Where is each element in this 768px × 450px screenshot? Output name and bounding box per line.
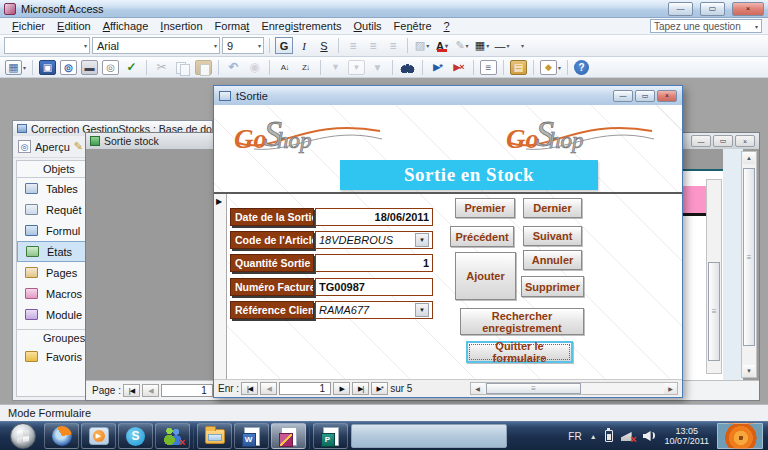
font-size-combo[interactable]: 9 ▾ [222,37,264,54]
menu-item-format[interactable]: Format [209,19,256,33]
undo-button[interactable] [224,59,243,76]
align-left-button[interactable]: ≡ [344,37,362,54]
form-close-button[interactable]: × [657,90,677,102]
taskbar-windows-media-player-button[interactable] [81,423,116,449]
delete-record-button[interactable]: Supprimer [521,276,584,297]
spelling-button[interactable] [122,59,141,76]
report-minimize-button[interactable]: — [691,135,711,147]
language-indicator[interactable]: FR [568,431,581,442]
menu-item-affichage[interactable]: Affichage [97,19,155,33]
first-record-nav-button[interactable]: |◀ [241,382,258,395]
print-preview-button[interactable] [101,59,120,76]
menu-item-fenetre[interactable]: Fenêtre [388,19,438,33]
line-color-button[interactable]: ✎▾ [453,37,471,54]
field-input-date-de-la-sortie[interactable]: 18/06/2011 [315,208,433,226]
restore-button[interactable]: ▭ [700,2,725,16]
apply-filter-button[interactable] [368,59,387,76]
taskbar-messenger-button[interactable] [155,423,190,449]
fill-color-button[interactable]: ▨▾ [413,37,431,54]
menu-item-enregistrements[interactable]: Enregistrements [255,19,347,33]
italic-button[interactable]: I [295,37,313,54]
previous-page-button[interactable]: ◀ [142,384,159,397]
insert-hyperlink-button[interactable] [245,59,264,76]
save-button[interactable] [38,59,57,76]
quit-form-button[interactable]: Quitter le formulaire [466,341,573,363]
page-number-box[interactable]: 1 [161,384,213,397]
taskbar-skype-button[interactable] [118,423,153,449]
battery-icon[interactable] [605,430,613,442]
database-window-button[interactable] [509,59,528,76]
close-button[interactable]: × [732,2,764,16]
ask-question-box[interactable]: Tapez une question ▾ [650,19,762,33]
scrollbar-thumb[interactable]: ≡ [708,262,720,361]
taskbar-windows-explorer-button[interactable] [197,423,232,449]
align-center-button[interactable]: ≡ [364,37,382,54]
print-button[interactable] [80,59,99,76]
scroll-right-arrow[interactable]: ▶ [664,383,677,394]
scroll-up-arrow[interactable]: ▲ [743,152,755,164]
scrollbar-thumb[interactable]: ≡ [743,168,755,346]
sort-descending-button[interactable] [296,59,315,76]
menu-item-outils[interactable]: Outils [347,19,387,33]
cut-button[interactable] [152,59,171,76]
next-record-button[interactable]: Suivant [523,226,582,246]
report-inner-scrollbar[interactable]: ≡ [706,179,722,374]
border-style-button[interactable]: ▦▾ [473,37,491,54]
combo-arrow-icon[interactable]: ▼ [415,303,429,317]
field-input-quantite-sortie[interactable]: 1 [315,254,433,272]
previous-record-button[interactable]: Précédent [450,226,514,247]
form-view-button[interactable]: ▾ [4,59,27,76]
first-record-button[interactable]: Premier [455,198,515,218]
new-record-nav-button[interactable]: ▶* [371,382,388,395]
object-selector-combo[interactable]: ▾ [4,37,90,54]
align-right-button[interactable]: ≡ [384,37,402,54]
preview-button[interactable]: Aperçu [35,141,70,153]
font-color-button[interactable]: A▾ [433,37,451,54]
properties-button[interactable] [479,59,498,76]
sort-ascending-button[interactable] [275,59,294,76]
help-button[interactable] [573,59,590,76]
menu-item-fichier[interactable]: Fichier [6,19,51,33]
first-page-button[interactable]: |◀ [123,384,140,397]
field-input-numero-facture[interactable]: TG00987 [315,278,433,296]
clock[interactable]: 13:05 10/07/2011 [665,426,709,446]
bold-button[interactable]: G [275,37,293,54]
filter-by-selection-button[interactable] [326,59,345,76]
minimize-button[interactable]: — [668,2,693,16]
report-vertical-scrollbar[interactable]: ▲ ≡ ▼ [741,151,757,378]
form-window-titlebar[interactable]: tSortie — ▭ × [214,86,682,105]
record-number-box[interactable]: 1 [279,382,331,395]
report-restore-button[interactable]: ▭ [713,135,733,147]
taskbar-word-button[interactable] [234,423,269,449]
delete-record-button[interactable] [449,59,468,76]
volume-icon[interactable] [643,430,657,442]
form-minimize-button[interactable]: — [613,90,633,102]
search-record-button[interactable]: Rechercher enregistrement [460,308,584,335]
form-restore-button[interactable]: ▭ [635,90,655,102]
field-input-reference-client[interactable]: RAMA677▼ [315,301,433,319]
next-record-nav-button[interactable]: ▶ [333,382,350,395]
flower-thumbnail[interactable] [717,423,763,449]
last-record-nav-button[interactable]: ▶| [352,382,369,395]
filter-by-form-button[interactable] [347,59,366,76]
taskbar-start-button[interactable] [4,423,42,449]
cancel-button[interactable]: Annuler [523,250,582,270]
taskbar-firefox-button[interactable] [44,423,79,449]
menu-item-help[interactable]: ? [438,19,456,33]
report-close-button[interactable]: × [735,135,755,147]
find-button[interactable] [398,59,417,76]
last-record-button[interactable]: Dernier [523,198,582,218]
copy-button[interactable] [173,59,192,76]
toolbar-options-button[interactable]: ▾ [513,37,531,54]
form-horizontal-scrollbar[interactable]: ◀ ≡ ▶ [470,382,678,395]
add-record-button[interactable]: Ajouter [455,252,516,300]
underline-button[interactable]: S [315,37,333,54]
scroll-down-arrow[interactable]: ▼ [743,365,755,377]
network-disconnected-icon[interactable] [621,430,635,442]
line-style-button[interactable]: —▾ [493,37,511,54]
taskbar-access-button[interactable] [271,423,306,449]
new-object-button[interactable]: ▾ [539,59,562,76]
file-search-button[interactable] [59,59,78,76]
scrollbar-thumb[interactable]: ≡ [486,383,581,394]
scroll-left-arrow[interactable]: ◀ [471,383,484,394]
